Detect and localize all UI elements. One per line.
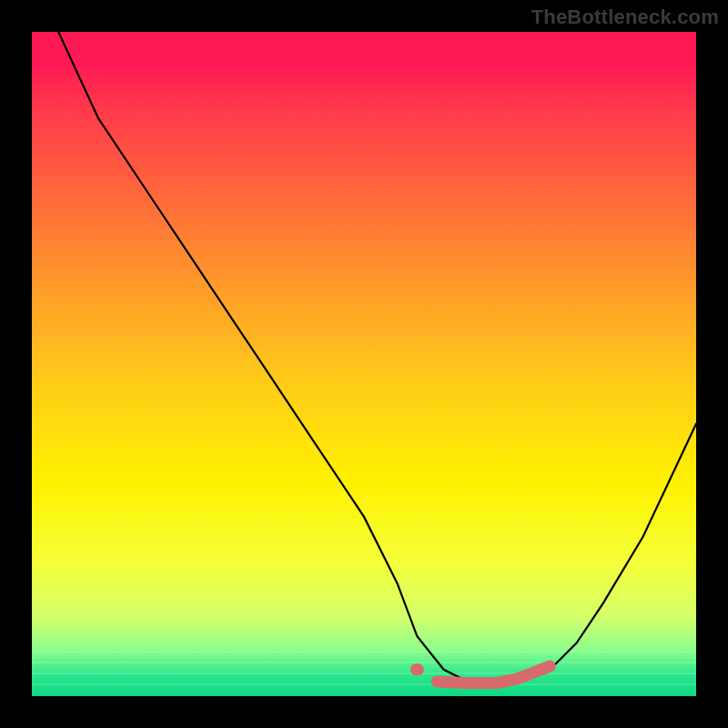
watermark-text: TheBottleneck.com bbox=[531, 5, 719, 29]
optimal-range-marker bbox=[416, 666, 550, 682]
chart-stage: TheBottleneck.com bbox=[0, 0, 728, 728]
bottleneck-curve bbox=[58, 32, 696, 682]
plot-area bbox=[32, 32, 696, 696]
curve-layer bbox=[32, 32, 696, 696]
